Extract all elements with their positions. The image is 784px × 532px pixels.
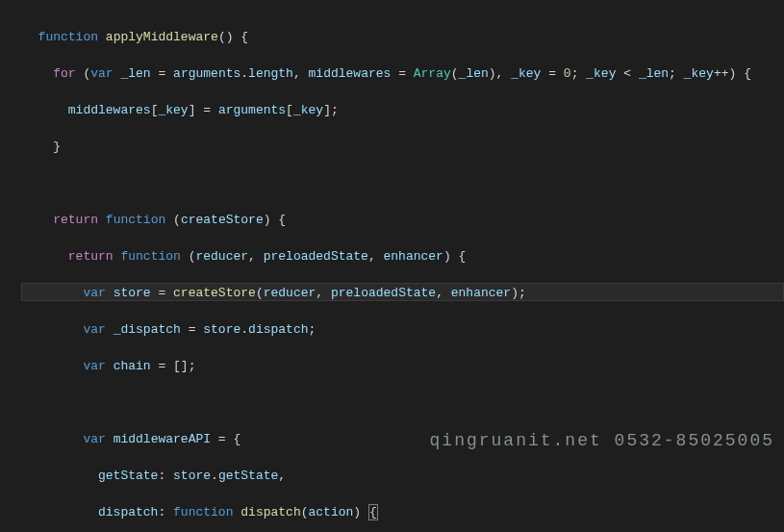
kw-for: for — [53, 66, 75, 81]
code-line[interactable]: } — [21, 138, 784, 156]
watermark-text: qingruanit.net 0532-85025005 — [430, 432, 774, 450]
var-chain: chain — [114, 359, 151, 373]
var-arguments: arguments — [173, 66, 240, 81]
kw-function: function — [38, 30, 98, 44]
prop-dispatch: dispatch — [98, 505, 158, 519]
code-line[interactable] — [21, 393, 784, 412]
param-createStore: createStore — [181, 213, 264, 227]
code-line[interactable]: dispatch: function dispatch(action) { — [21, 503, 784, 521]
var-dispatch: _dispatch — [114, 322, 181, 337]
param-reducer: reducer — [195, 249, 248, 264]
code-line[interactable]: getState: store.getState, — [21, 467, 784, 485]
matched-bracket-open: { — [368, 504, 378, 520]
var-middlewares: middlewares — [309, 66, 392, 81]
param-action: action — [309, 505, 354, 519]
code-line[interactable]: for (var _len = arguments.length, middle… — [21, 64, 784, 83]
code-line[interactable]: middlewares[_key] = arguments[_key]; — [21, 101, 784, 119]
code-line[interactable]: return function (reducer, preloadedState… — [21, 247, 784, 266]
prop-length: length — [248, 66, 293, 81]
gutter — [0, 0, 21, 532]
code-line[interactable]: function applyMiddleware() { — [21, 28, 784, 46]
code-line[interactable]: var chain = []; — [21, 357, 784, 375]
fn-applyMiddleware: applyMiddleware — [106, 30, 218, 44]
code-line[interactable] — [21, 174, 784, 192]
var-len: _len — [120, 66, 150, 81]
param-enhancer: enhancer — [384, 249, 443, 264]
kw-var: var — [90, 66, 113, 81]
var-store: store — [114, 286, 151, 300]
prop-getState: getState — [98, 469, 158, 483]
code-line[interactable]: return function (createStore) { — [21, 211, 784, 229]
var-key: _key — [511, 66, 541, 81]
kw-return: return — [53, 213, 98, 227]
param-preloadedState: preloadedState — [264, 249, 368, 264]
code-editor[interactable]: function applyMiddleware() { for (var _l… — [21, 0, 784, 532]
num-zero: 0 — [564, 66, 571, 81]
cls-Array: Array — [414, 66, 451, 81]
code-line[interactable]: var store = createStore(reducer, preload… — [21, 284, 784, 302]
code-line[interactable]: var _dispatch = store.dispatch; — [21, 320, 784, 339]
var-middlewareAPI: middlewareAPI — [114, 432, 211, 446]
